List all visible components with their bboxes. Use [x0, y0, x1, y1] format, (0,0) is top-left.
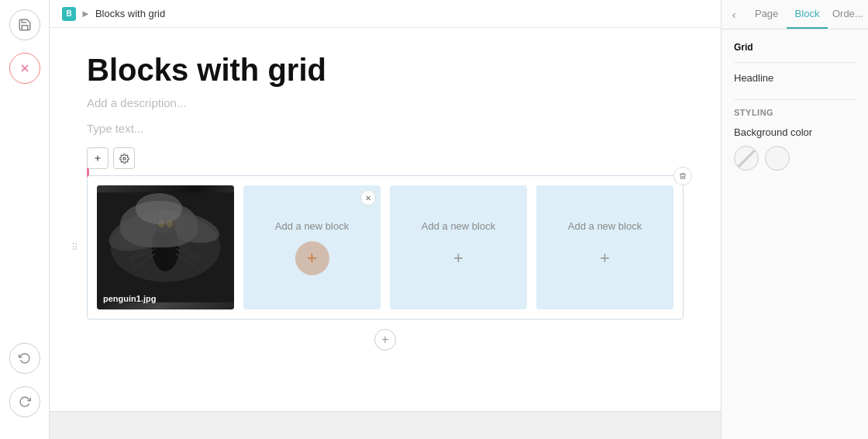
- grid-cell-image[interactable]: penguin1.jpg: [97, 185, 234, 309]
- panel-back-button[interactable]: ‹: [722, 0, 746, 29]
- svg-point-10: [156, 217, 175, 233]
- add-row-area: +: [87, 329, 684, 351]
- breadcrumb-label: Blocks with grid: [95, 8, 165, 19]
- panel-divider-2: [734, 99, 856, 100]
- right-panel: ‹ Page Block Orde... Grid Headline STYLI…: [721, 0, 868, 439]
- main-canvas: B ► Blocks with grid Blocks with grid Ad…: [50, 0, 721, 439]
- styling-section: STYLING Background color: [722, 90, 868, 180]
- save-button[interactable]: [9, 9, 40, 40]
- bg-color-label: Background color: [734, 126, 856, 138]
- image-placeholder: [97, 185, 234, 309]
- grid-cell-add-2[interactable]: Add a new block +: [390, 185, 527, 309]
- page-content: Blocks with grid Add a description... Ty…: [50, 28, 721, 411]
- tab-page[interactable]: Page: [746, 0, 787, 29]
- add-block-button[interactable]: [87, 147, 108, 169]
- svg-line-19: [738, 150, 756, 168]
- redo-button[interactable]: [9, 343, 40, 374]
- grid-container: penguin1.jpg ✕ Add a new block + Add a n…: [87, 175, 684, 320]
- image-label: penguin1.jpg: [103, 294, 156, 303]
- add-row-button[interactable]: +: [374, 329, 396, 351]
- breadcrumb-bar: B ► Blocks with grid: [50, 0, 721, 28]
- cell-close-button[interactable]: ✕: [360, 190, 376, 206]
- panel-tabs: ‹ Page Block Orde...: [722, 0, 868, 29]
- undo-button[interactable]: [9, 386, 40, 417]
- panel-item-headline[interactable]: Headline: [722, 66, 868, 90]
- breadcrumb-separator: ►: [81, 8, 91, 19]
- block-toolbar: [87, 147, 684, 169]
- close-button[interactable]: [9, 53, 40, 84]
- page-description[interactable]: Add a description...: [87, 96, 684, 109]
- add-label-2: Add a new block: [422, 220, 495, 232]
- add-label-3: Add a new block: [568, 220, 642, 232]
- panel-section-grid[interactable]: Grid: [722, 39, 868, 59]
- svg-point-11: [158, 220, 165, 228]
- page-text-input[interactable]: Type text...: [87, 122, 684, 135]
- grid-cell-add-1[interactable]: ✕ Add a new block +: [243, 185, 381, 309]
- svg-point-12: [166, 220, 173, 228]
- panel-divider-1: [734, 62, 856, 63]
- settings-button[interactable]: [113, 147, 135, 169]
- tab-block[interactable]: Block: [787, 0, 827, 29]
- bottom-bar: [50, 411, 721, 439]
- color-swatch-none[interactable]: [734, 146, 759, 171]
- grid-drag-handle[interactable]: ⠿: [71, 242, 78, 253]
- styling-label: STYLING: [734, 108, 856, 117]
- grid-delete-button[interactable]: [673, 167, 692, 185]
- add-plus-button-3[interactable]: +: [588, 241, 622, 275]
- svg-point-9: [152, 223, 179, 271]
- panel-content: Grid Headline STYLING Background color: [722, 29, 868, 439]
- grid-cell-add-3[interactable]: Add a new block +: [536, 185, 673, 309]
- add-plus-button-2[interactable]: +: [442, 241, 476, 275]
- grid-wrapper: ⠿: [87, 175, 684, 320]
- breadcrumb-icon: B: [62, 7, 76, 21]
- add-label-1: Add a new block: [275, 220, 349, 232]
- color-swatches: [734, 146, 856, 171]
- svg-point-4: [122, 157, 125, 159]
- left-sidebar: [0, 0, 50, 439]
- add-plus-button-1[interactable]: +: [295, 241, 329, 275]
- tab-order[interactable]: Orde...: [828, 0, 868, 29]
- page-title[interactable]: Blocks with grid: [87, 53, 684, 87]
- color-swatch-white[interactable]: [765, 146, 790, 171]
